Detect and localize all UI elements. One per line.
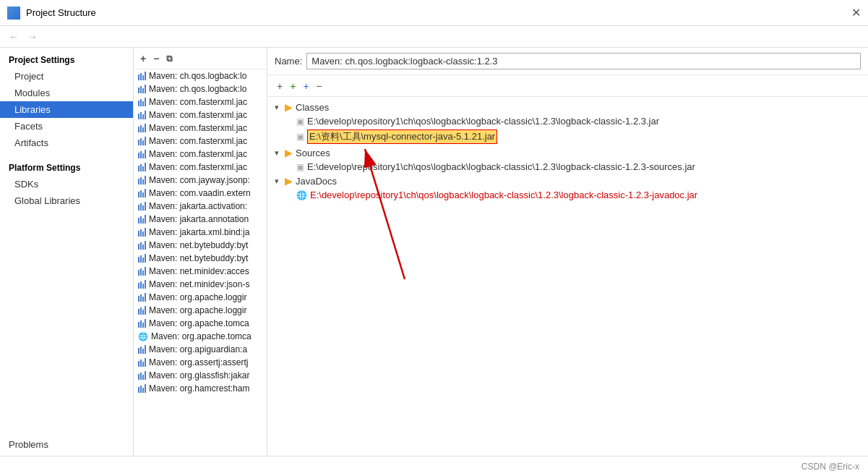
library-item[interactable]: Maven: org.assertj:assertj <box>134 356 267 369</box>
lib-bars-icon <box>138 189 146 197</box>
lib-bars <box>138 189 146 197</box>
sidebar-item-sdks[interactable]: SDKs <box>0 176 133 192</box>
library-item[interactable]: Maven: com.jayway.jsonp: <box>134 174 267 187</box>
library-item[interactable]: Maven: org.apiguardian:a <box>134 343 267 356</box>
lib-bars <box>138 215 146 224</box>
library-item[interactable]: Maven: jakarta.annotation <box>134 213 267 226</box>
back-button[interactable]: ← <box>6 31 22 43</box>
source-file-1-label: E:\develop\repository1\ch\qos\logback\lo… <box>307 161 695 172</box>
close-button[interactable]: ✕ <box>851 6 861 20</box>
sidebar-item-problems[interactable]: Problems <box>0 433 133 456</box>
copy-library-button[interactable]: ⧉ <box>164 54 175 64</box>
lib-bars <box>138 176 146 184</box>
javadoc-file-1-label: E:\develop\repository1\ch\qos\logback\lo… <box>310 190 697 200</box>
library-item[interactable]: 🌐Maven: org.apache.tomca <box>134 330 267 343</box>
library-item[interactable]: Maven: jakarta.activation: <box>134 200 267 213</box>
javadocs-label: JavaDocs <box>296 176 337 187</box>
lib-bars-icon <box>138 241 146 250</box>
tree-javadoc-file-1[interactable]: 🌐 E:\develop\repository1\ch\qos\logback\… <box>279 188 868 202</box>
tree-add-green-button[interactable]: + <box>288 80 298 92</box>
library-item-label: Maven: net.minidev:acces <box>149 266 249 276</box>
lib-bars-icon <box>138 293 146 302</box>
tree-sources-node[interactable]: ▾ ▶ Sources <box>267 145 868 160</box>
sources-folder-icon: ▶ <box>285 147 293 158</box>
lib-bars-icon <box>138 111 146 119</box>
library-item[interactable]: Maven: com.fasterxml.jac <box>134 161 267 174</box>
library-item[interactable]: Maven: org.apache.loggir <box>134 291 267 304</box>
library-item-label: Maven: com.fasterxml.jac <box>149 149 247 159</box>
library-item[interactable]: Maven: org.hamcrest:ham <box>134 382 267 395</box>
lib-bars-icon <box>138 319 146 328</box>
library-item[interactable]: Maven: ch.qos.logback:lo <box>134 82 267 95</box>
library-item-label: Maven: org.apache.tomca <box>151 331 252 341</box>
library-list: Maven: ch.qos.logback:loMaven: ch.qos.lo… <box>134 69 267 456</box>
add-library-button[interactable]: + <box>138 53 148 64</box>
tree-source-file-1[interactable]: ▣ E:\develop\repository1\ch\qos\logback\… <box>279 160 868 174</box>
library-item-label: Maven: com.fasterxml.jac <box>149 162 247 172</box>
lib-bars <box>138 345 146 354</box>
library-item-label: Maven: com.vaadin.extern <box>149 188 251 198</box>
class-file-1-label: E:\develop\repository1\ch\qos\logback\lo… <box>307 116 659 127</box>
library-item[interactable]: Maven: net.minidev:json-s <box>134 278 267 291</box>
lib-bars-icon <box>138 124 146 132</box>
tree-javadocs-node[interactable]: ▾ ▶ JavaDocs <box>267 174 868 188</box>
tree-add-blue-button[interactable]: + <box>301 80 311 92</box>
tree-class-file-2[interactable]: ▣ E:\资料\工具\mysql-connector-java-5.1.21.j… <box>279 128 868 145</box>
library-item[interactable]: Maven: jakarta.xml.bind:ja <box>134 226 267 239</box>
sidebar-item-artifacts[interactable]: Artifacts <box>0 135 133 151</box>
library-item[interactable]: Maven: org.apache.loggir <box>134 304 267 317</box>
sidebar-item-project[interactable]: Project <box>0 68 133 85</box>
library-item-label: Maven: com.fasterxml.jac <box>149 123 247 133</box>
library-item[interactable]: Maven: net.bytebuddy:byt <box>134 252 267 265</box>
tree-toolbar: + + + − <box>267 75 868 97</box>
title-bar: Project Structure ✕ <box>0 0 868 26</box>
tree-add-button[interactable]: + <box>275 80 285 92</box>
watermark: CSDN @Eric-x <box>802 462 859 472</box>
lib-bars-icon <box>138 150 146 158</box>
library-item[interactable]: Maven: net.minidev:acces <box>134 265 267 278</box>
library-item[interactable]: Maven: org.glassfish:jakar <box>134 369 267 382</box>
lib-bars <box>138 111 146 119</box>
javadocs-folder-icon: ▶ <box>285 175 293 187</box>
library-item-label: Maven: jakarta.annotation <box>149 214 249 224</box>
lib-bars <box>138 202 146 211</box>
window-title: Project Structure <box>26 7 96 18</box>
lib-bars <box>138 124 146 132</box>
library-item[interactable]: Maven: com.fasterxml.jac <box>134 135 267 148</box>
remove-library-button[interactable]: − <box>151 53 161 64</box>
forward-button[interactable]: → <box>25 31 40 43</box>
library-item-label: Maven: ch.qos.logback:lo <box>149 71 246 81</box>
tree-classes-node[interactable]: ▾ ▶ Classes <box>267 100 868 114</box>
library-item[interactable]: Maven: org.apache.tomca <box>134 317 267 330</box>
bottom-bar: CSDN @Eric-x <box>0 456 868 476</box>
sidebar-item-libraries[interactable]: Libraries <box>0 101 133 118</box>
library-item[interactable]: Maven: net.bytebuddy:byt <box>134 239 267 252</box>
classes-label: Classes <box>296 102 329 113</box>
library-item-label: Maven: com.fasterxml.jac <box>149 110 247 120</box>
lib-bars-icon <box>138 254 146 263</box>
library-item-label: Maven: net.minidev:json-s <box>149 279 249 289</box>
sidebar-item-global-libraries[interactable]: Global Libraries <box>0 192 133 209</box>
library-item-label: Maven: net.bytebuddy:byt <box>149 240 248 250</box>
lib-bars <box>138 72 146 80</box>
library-item[interactable]: Maven: com.fasterxml.jac <box>134 95 267 109</box>
library-item-label: Maven: org.apiguardian:a <box>149 344 247 354</box>
tree-remove-button[interactable]: − <box>314 80 325 92</box>
lib-bars-icon <box>138 345 146 354</box>
library-item[interactable]: Maven: com.fasterxml.jac <box>134 109 267 122</box>
library-item[interactable]: Maven: com.fasterxml.jac <box>134 148 267 161</box>
lib-bars-icon <box>138 384 146 393</box>
source-file-icon-1: ▣ <box>296 162 304 172</box>
lib-bars <box>138 306 146 315</box>
lib-bars <box>138 319 146 328</box>
sidebar-item-facets[interactable]: Facets <box>0 118 133 135</box>
library-item[interactable]: Maven: com.vaadin.extern <box>134 187 267 200</box>
library-item[interactable]: Maven: ch.qos.logback:lo <box>134 69 267 82</box>
sources-label: Sources <box>296 148 330 158</box>
tree-class-file-1[interactable]: ▣ E:\develop\repository1\ch\qos\logback\… <box>279 114 868 128</box>
class-file-2-label: E:\资料\工具\mysql-connector-java-5.1.21.jar <box>307 129 497 144</box>
name-input[interactable] <box>306 53 861 69</box>
lib-bars-icon <box>138 228 146 237</box>
library-item[interactable]: Maven: com.fasterxml.jac <box>134 122 267 135</box>
sidebar-item-modules[interactable]: Modules <box>0 85 133 101</box>
